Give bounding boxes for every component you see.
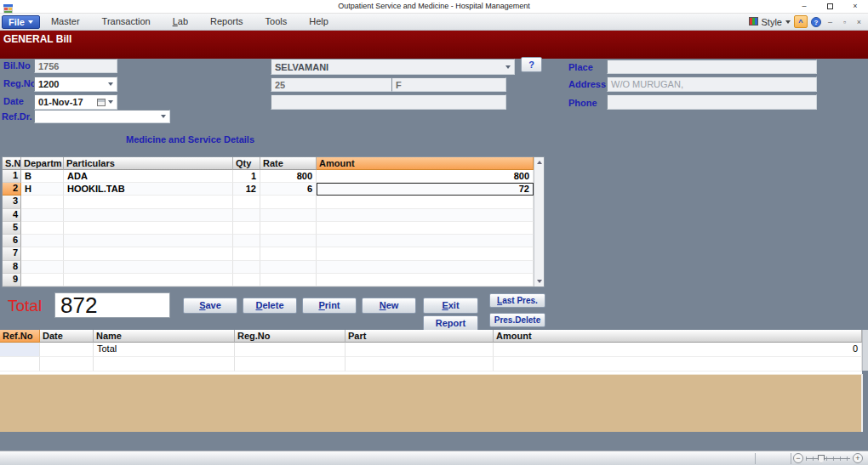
grid-scrollbar-track[interactable] — [534, 183, 544, 196]
menu-file[interactable]: File — [2, 15, 40, 29]
cell-dept[interactable] — [21, 274, 64, 286]
cell-amount[interactable] — [317, 196, 534, 208]
menu-master[interactable]: Master — [40, 14, 91, 30]
table-row[interactable]: 4 — [3, 209, 544, 222]
col-header-date[interactable]: Date — [40, 330, 94, 343]
cell-qty[interactable] — [233, 196, 260, 208]
cell-amount[interactable]: 0 — [494, 343, 862, 357]
pat-name-combobox[interactable]: SELVAMANI — [271, 59, 515, 75]
cell-particulars[interactable] — [64, 247, 233, 260]
cell-particulars[interactable] — [64, 209, 233, 222]
zoom-slider[interactable] — [806, 455, 850, 462]
cell-amount[interactable] — [317, 209, 534, 222]
cell-rate[interactable] — [260, 247, 317, 260]
cell-part[interactable] — [345, 343, 494, 357]
cell-rate[interactable] — [260, 235, 317, 247]
delete-button[interactable]: Delete — [243, 298, 297, 314]
cell-rate[interactable] — [260, 261, 317, 274]
cell-name[interactable] — [94, 357, 235, 371]
col-header-qty[interactable]: Qty — [233, 157, 260, 170]
cell-particulars[interactable]: ADA — [64, 170, 233, 183]
col-header-amount[interactable]: Amount — [317, 157, 534, 170]
col-header-reg-no[interactable]: Reg.No — [235, 330, 345, 343]
col-header-rate[interactable]: Rate — [260, 157, 317, 170]
cell-rate[interactable]: 6 — [260, 183, 317, 196]
save-button[interactable]: Save — [183, 298, 237, 314]
mdi-minimize-button[interactable]: – — [825, 16, 836, 28]
cell-reg-no[interactable] — [235, 343, 345, 357]
cell-particulars[interactable] — [64, 274, 233, 286]
col-header-name[interactable]: Name — [94, 330, 235, 343]
grid-scrollbar-track[interactable] — [534, 261, 544, 274]
grid-scrollbar-track[interactable] — [534, 235, 544, 247]
cell-date[interactable] — [40, 357, 94, 371]
grid-scrollbar-top[interactable] — [534, 157, 544, 170]
row-header[interactable]: 4 — [3, 209, 21, 222]
history-total-row[interactable]: Total 0 — [0, 343, 862, 357]
grid-scrollbar-track[interactable] — [534, 196, 544, 208]
style-button[interactable]: Style — [762, 17, 782, 27]
cell-part[interactable] — [345, 357, 494, 371]
window-minimize-button[interactable]: – — [791, 0, 817, 14]
menu-reports[interactable]: Reports — [199, 14, 254, 30]
cell-dept[interactable]: B — [21, 170, 64, 183]
address-field[interactable]: W/O MURUGAN, — [607, 77, 817, 92]
table-row[interactable]: 8 — [3, 261, 544, 274]
date-picker[interactable]: 01-Nov-17 — [34, 94, 117, 110]
menu-transaction[interactable]: Transaction — [91, 14, 162, 30]
help-icon[interactable]: ? — [811, 17, 821, 27]
mdi-restore-button[interactable]: ▫ — [839, 16, 850, 28]
menu-tools[interactable]: Tools — [254, 14, 299, 30]
cell-date[interactable] — [40, 343, 94, 357]
cell-reg-no[interactable] — [235, 357, 345, 371]
cell-ref-no[interactable] — [0, 357, 40, 371]
new-button[interactable]: New — [362, 298, 416, 314]
print-button[interactable]: Print — [302, 298, 357, 314]
table-row[interactable]: 1 B ADA 1 800 800 — [3, 170, 544, 183]
cell-rate[interactable] — [260, 196, 317, 208]
row-header[interactable]: 7 — [3, 247, 21, 260]
cell-amount[interactable] — [317, 274, 534, 286]
cell-qty[interactable] — [233, 261, 260, 274]
row-header[interactable]: 1 — [3, 170, 21, 183]
grid-scrollbar-track[interactable] — [534, 247, 544, 260]
cell-amount[interactable] — [317, 247, 534, 260]
cell-dept[interactable] — [21, 247, 64, 260]
table-row[interactable]: 7 — [3, 247, 544, 260]
table-row[interactable]: 5 — [3, 222, 544, 235]
col-header-particulars[interactable]: Particulars — [64, 157, 233, 170]
cell-amount[interactable] — [494, 357, 862, 371]
pres-delete-button[interactable]: Pres.Delete — [489, 313, 545, 327]
cell-dept[interactable] — [21, 196, 64, 208]
last-pres-button[interactable]: Last Pres. — [489, 293, 545, 308]
row-header[interactable]: 8 — [3, 261, 21, 274]
history-empty-row[interactable] — [0, 357, 862, 371]
grid-scrollbar-track[interactable] — [534, 170, 544, 183]
row-header[interactable]: 5 — [3, 222, 21, 235]
pin-toggle-button[interactable]: ^ — [794, 15, 808, 28]
col-header-part[interactable]: Part — [345, 330, 494, 343]
col-header-ref-no[interactable]: Ref.No — [0, 330, 40, 343]
cell-rate[interactable] — [260, 209, 317, 222]
reg-no-combobox[interactable]: 1200 — [34, 77, 117, 92]
menu-help[interactable]: Help — [298, 14, 340, 30]
window-maximize-button[interactable] — [817, 0, 842, 14]
cell-qty[interactable] — [233, 247, 260, 260]
grid-scrollbar-bottom[interactable] — [534, 274, 544, 286]
patient-search-button[interactable]: ? — [521, 57, 542, 72]
cell-dept[interactable] — [21, 222, 64, 235]
col-header-amount[interactable]: Amount — [494, 330, 862, 343]
cell-amount[interactable] — [317, 261, 534, 274]
cell-rate[interactable] — [260, 222, 317, 235]
col-header-department[interactable]: Departm — [21, 157, 64, 170]
cell-particulars[interactable] — [64, 222, 233, 235]
cell-qty[interactable] — [233, 209, 260, 222]
age-field[interactable]: 25 — [271, 77, 392, 92]
row-header[interactable]: 9 — [3, 274, 21, 286]
history-scrollbar[interactable] — [862, 330, 868, 371]
zoom-out-button[interactable]: − — [793, 453, 803, 463]
cell-rate[interactable] — [260, 274, 317, 286]
phone-field[interactable] — [607, 94, 817, 110]
cell-dept[interactable] — [21, 209, 64, 222]
cell-qty[interactable]: 12 — [233, 183, 260, 196]
